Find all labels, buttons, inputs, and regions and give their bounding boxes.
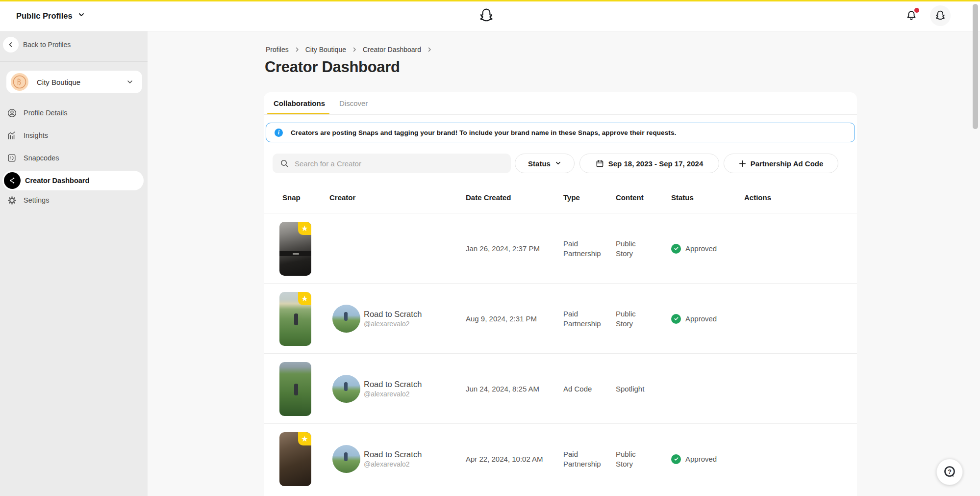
search-input[interactable]: Search for a Creator xyxy=(273,154,511,173)
creator-handle: @alexarevalo2 xyxy=(364,390,422,398)
col-date-created: Date Created xyxy=(466,193,511,202)
sidebar-item-insights[interactable]: Insights xyxy=(0,124,148,147)
sidebar-divider xyxy=(0,61,148,62)
info-banner: i Creators are posting Snaps and tagging… xyxy=(266,123,855,142)
chevron-left-icon xyxy=(3,37,19,52)
city-boutique-logo xyxy=(11,73,28,91)
creator-avatar xyxy=(332,375,360,403)
account-avatar[interactable] xyxy=(930,5,951,26)
breadcrumb-city-boutique[interactable]: City Boutique xyxy=(305,46,346,53)
tab-collaborations[interactable]: Collaborations xyxy=(274,99,325,107)
chevron-right-icon xyxy=(427,47,432,52)
check-icon xyxy=(671,244,681,254)
snap-thumbnail[interactable] xyxy=(279,362,311,416)
chevron-down-icon xyxy=(555,159,561,168)
info-icon: i xyxy=(275,129,283,137)
tabs-divider xyxy=(264,114,857,115)
help-button[interactable]: ? xyxy=(936,459,963,485)
snapchat-ghost-icon[interactable] xyxy=(477,7,495,26)
type: Paid Partnership xyxy=(563,239,610,258)
person-icon xyxy=(3,108,20,118)
date-created: Aug 9, 2024, 2:31 PM xyxy=(466,314,537,324)
status-label: Approved xyxy=(685,314,717,323)
workspace-switcher[interactable]: Public Profiles xyxy=(16,0,85,31)
sidebar-item-snapcodes[interactable]: Snapcodes xyxy=(0,147,148,169)
profile-switcher[interactable]: City Boutique xyxy=(6,71,142,93)
col-actions: Actions xyxy=(744,193,771,202)
page-title: Creator Dashboard xyxy=(265,58,400,76)
chevron-right-icon xyxy=(352,47,357,52)
status-filter-button[interactable]: Status xyxy=(515,154,575,173)
tab-discover[interactable]: Discover xyxy=(339,99,368,107)
type: Ad Code xyxy=(563,384,592,394)
col-status: Status xyxy=(671,193,694,202)
content-card: Collaborations Discover i Creators are p… xyxy=(264,92,857,496)
gear-icon xyxy=(3,196,20,205)
table-row[interactable]: Road to Scratch@alexarevalo2 Jun 24, 202… xyxy=(264,354,857,424)
creator-avatar xyxy=(332,445,360,473)
date-range-button[interactable]: Sep 18, 2023 - Sep 17, 2024 xyxy=(579,154,719,173)
breadcrumb-creator-dashboard[interactable]: Creator Dashboard xyxy=(363,46,421,53)
notifications-button[interactable] xyxy=(905,9,918,23)
table-row[interactable]: ★ Jan 26, 2024, 2:37 PM Paid Partnership… xyxy=(264,213,857,284)
snap-thumbnail[interactable]: ★ xyxy=(279,432,311,486)
creator-handle: @alexarevalo2 xyxy=(364,460,422,468)
sidebar-item-creator-dashboard[interactable]: Creator Dashboard xyxy=(2,171,144,190)
sidebar-item-label: Settings xyxy=(24,196,49,204)
search-icon xyxy=(280,159,289,168)
sidebar-item-settings[interactable]: Settings xyxy=(0,189,148,211)
content: Public Story xyxy=(616,449,644,469)
col-type: Type xyxy=(563,193,580,202)
plus-icon xyxy=(739,160,746,167)
date-created: Apr 22, 2024, 10:02 AM xyxy=(466,454,543,464)
creator-name[interactable]: Road to Scratch xyxy=(364,310,422,319)
star-badge-icon: ★ xyxy=(298,432,311,445)
top-accent-line xyxy=(0,0,980,1)
back-label: Back to Profiles xyxy=(23,41,71,49)
sidebar-item-profile-details[interactable]: Profile Details xyxy=(0,102,148,124)
bar-chart-icon xyxy=(3,131,20,140)
col-content: Content xyxy=(616,193,644,202)
content: Public Story xyxy=(616,239,644,258)
sidebar-item-label: Insights xyxy=(24,131,48,139)
table-body: ★ Jan 26, 2024, 2:37 PM Paid Partnership… xyxy=(264,213,857,494)
star-badge-icon: ★ xyxy=(298,292,311,305)
chevron-right-icon xyxy=(295,47,300,52)
chevron-down-icon xyxy=(78,11,85,20)
workspace-title: Public Profiles xyxy=(16,11,73,21)
type: Paid Partnership xyxy=(563,449,610,469)
creator-name[interactable]: Road to Scratch xyxy=(364,450,422,459)
svg-text:?: ? xyxy=(948,469,952,475)
snap-thumbnail[interactable]: ★ xyxy=(279,292,311,346)
creator-handle: @alexarevalo2 xyxy=(364,320,422,328)
sidebar-item-label: Creator Dashboard xyxy=(25,177,89,184)
table-row[interactable]: ★ Road to Scratch@alexarevalo2 Apr 22, 2… xyxy=(264,424,857,494)
back-to-profiles[interactable]: Back to Profiles xyxy=(0,31,148,57)
check-icon xyxy=(671,314,681,324)
breadcrumb: Profiles City Boutique Creator Dashboard xyxy=(266,46,432,53)
sidebar-menu: Profile Details Insights Snapcodes Creat… xyxy=(0,102,148,211)
search-placeholder: Search for a Creator xyxy=(295,159,361,168)
content: Public Story xyxy=(616,309,644,328)
star-badge-icon: ★ xyxy=(298,222,311,235)
col-snap: Snap xyxy=(282,193,301,202)
partnership-ad-code-button[interactable]: Partnership Ad Code xyxy=(724,154,838,173)
date-created: Jan 26, 2024, 2:37 PM xyxy=(466,244,540,254)
breadcrumb-profiles[interactable]: Profiles xyxy=(266,46,289,53)
status-label: Approved xyxy=(685,244,717,253)
date-range-label: Sep 18, 2023 - Sep 17, 2024 xyxy=(608,159,703,168)
chevron-down-icon xyxy=(126,78,133,87)
status-badge: Approved xyxy=(671,314,717,324)
scrollbar[interactable] xyxy=(973,4,978,129)
status-badge: Approved xyxy=(671,244,717,254)
creator-avatar xyxy=(332,305,360,333)
creator-name[interactable]: Road to Scratch xyxy=(364,380,422,389)
snap-thumbnail[interactable]: ★ xyxy=(279,222,311,276)
check-icon xyxy=(671,454,681,464)
topbar: Public Profiles xyxy=(0,0,980,31)
calendar-icon xyxy=(596,159,604,168)
table-header: Snap Creator Date Created Type Content S… xyxy=(264,193,857,206)
sidebar-item-label: Snapcodes xyxy=(24,154,59,162)
col-creator: Creator xyxy=(329,193,355,202)
table-row[interactable]: ★ Road to Scratch@alexarevalo2 Aug 9, 20… xyxy=(264,284,857,354)
